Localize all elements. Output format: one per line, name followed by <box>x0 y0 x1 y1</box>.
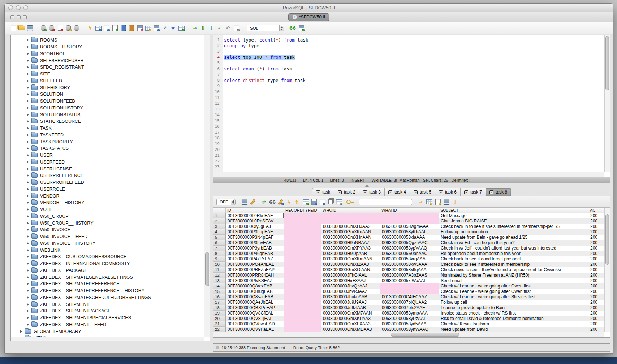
cell-recordtypeid[interactable] <box>284 305 321 311</box>
cell-id[interactable]: 00T3000000QV8TjEAL <box>226 316 284 321</box>
cell-ac[interactable]: 200 <box>588 213 604 218</box>
cell-subject[interactable]: Check back to see if interested in membe… <box>439 262 588 267</box>
cell-whoid[interactable]: 0033000000GmXHJAA3 <box>321 224 380 229</box>
cell-whatid[interactable]: 0013000000C4fFCAAZ <box>380 294 439 300</box>
cell-recordtypeid[interactable] <box>284 256 321 262</box>
cell-id[interactable]: 00T3000000P3yrbEAB <box>226 246 284 251</box>
tree-item-sfdc-registrant[interactable]: SFDC_REGISTRANT <box>11 64 204 71</box>
cell-subject[interactable]: Give Jenn a BIG RAISE <box>439 218 588 224</box>
cell-recordtypeid[interactable] <box>284 316 321 321</box>
cell-whoid[interactable]: 0033000000GmXKnAAN <box>321 229 380 235</box>
tree-item-solutionhistory[interactable]: SOLUTIONHISTORY <box>11 105 204 112</box>
cell-whatid[interactable]: 006300000058xrqAAA <box>380 256 439 262</box>
cell-whoid[interactable]: 0033000000GmXOiAAN <box>321 267 380 273</box>
tree-item-user[interactable]: USER <box>11 152 204 159</box>
cell-ac[interactable]: 200 <box>588 278 604 283</box>
cell-ac[interactable]: 200 <box>588 316 604 321</box>
filter-results-icon[interactable] <box>249 198 256 205</box>
expander-triangle-icon[interactable] <box>27 73 29 75</box>
cell-whatid[interactable]: 00630000007bIQUAA2 <box>380 300 439 305</box>
tree-item-site[interactable]: SITE <box>11 71 204 78</box>
editor-line[interactable]: 5 <box>213 60 604 66</box>
cell-ac[interactable]: 200 <box>588 327 604 332</box>
expander-triangle-icon[interactable] <box>27 249 29 252</box>
row-count-icon[interactable]: 66 <box>289 25 296 32</box>
cell-id[interactable]: 00T3000000Q8sauEAB <box>226 294 284 300</box>
rollback-icon[interactable]: ↶ <box>224 25 232 32</box>
expander-triangle-icon[interactable] <box>27 127 29 130</box>
tree-item-zkfedex-shipmentspecialservices[interactable]: ZKFEDEX__SHIPMENTSPECIALSERVICES <box>11 315 204 321</box>
expander-triangle-icon[interactable] <box>27 215 29 218</box>
cell-whatid[interactable]: 006300000058xw5AAA <box>380 262 439 267</box>
cell-recordtypeid[interactable] <box>284 311 321 316</box>
expander-triangle-icon[interactable] <box>27 201 29 204</box>
query-mode-dropdown[interactable]: SQL <box>247 25 284 31</box>
editor-line[interactable]: 10 <box>213 89 604 95</box>
cell-id[interactable]: 00T3000000OiyJgEAJ <box>226 224 284 229</box>
frame-button-2[interactable] <box>17 15 21 19</box>
tree-item-scontrol[interactable]: SCONTROL <box>11 51 204 57</box>
close-tab-icon[interactable]: × <box>388 190 392 194</box>
cell-whoid[interactable]: 0033000000Ju9J9AAJ <box>321 300 380 305</box>
cell-ac[interactable]: 200 <box>588 273 604 278</box>
cell-ac[interactable]: 200 <box>588 246 604 251</box>
tree-item-vote[interactable]: VOTE <box>11 206 204 213</box>
tree-item-w50-group[interactable]: W50_GROUP <box>11 213 204 220</box>
expander-triangle-icon[interactable] <box>27 269 29 272</box>
cell-whatid[interactable]: 00630000007bIc2AAE <box>380 305 439 311</box>
toggle-view-icon[interactable]: 66 <box>269 198 276 205</box>
editor-line[interactable]: 20 <box>213 147 604 153</box>
new-connection-icon[interactable] <box>65 25 72 32</box>
results-hscroll-thumb[interactable] <box>391 333 459 337</box>
editor-scroll-thumb[interactable] <box>605 36 609 90</box>
cell-ac[interactable]: 200 <box>588 256 604 262</box>
cell-ac[interactable]: 200 <box>588 240 604 246</box>
go-row-icon[interactable]: → <box>417 198 424 205</box>
cell-subject[interactable]: Leanne to provide update to Bain <box>439 305 588 311</box>
cell-subject[interactable]: Rick to email David & reference Delmonte… <box>439 316 588 321</box>
cell-whoid[interactable]: 0033000000GmXPYAA3 <box>321 246 380 251</box>
cell-recordtypeid[interactable] <box>284 213 321 218</box>
expander-triangle-icon[interactable] <box>27 323 29 326</box>
cell-id[interactable]: 00T3000000QV9FaEAL <box>226 327 284 332</box>
cell-recordtypeid[interactable] <box>284 273 321 278</box>
edit-cell-icon[interactable] <box>277 198 284 205</box>
disconnect-icon[interactable] <box>48 25 55 32</box>
tree-item-zkfedex-shipment[interactable]: ZKFEDEX__SHIPMENT <box>11 301 204 308</box>
cell-ac[interactable]: 200 <box>588 289 604 294</box>
cell-recordtypeid[interactable] <box>284 262 321 267</box>
cell-subject[interactable]: Need update from Bain - gave go ahead 1/… <box>439 235 588 240</box>
result-tab-task-5[interactable]: ×task 5 <box>410 188 435 196</box>
column-header-id[interactable]: ID <box>226 208 284 213</box>
expander-triangle-icon[interactable] <box>27 93 29 96</box>
cell-subject[interactable]: Get Massage <box>439 213 588 218</box>
result-tab-task-6[interactable]: ×task 6 <box>435 188 461 196</box>
tree-item-staticresource[interactable]: STATICRESOURCE <box>11 118 204 125</box>
refresh-results-icon[interactable]: ⇄ <box>260 198 268 205</box>
tree-item-zkfedex-customaddresssource[interactable]: ZKFEDEX__CUSTOMADDRESSSOURCE <box>11 254 204 260</box>
tree-item-solutionfeed[interactable]: SOLUTIONFEED <box>11 98 204 105</box>
cell-ac[interactable]: 200 <box>588 267 604 273</box>
expander-triangle-icon[interactable] <box>27 282 29 285</box>
cell-subject[interactable]: Follow up call <box>439 300 588 305</box>
cell-whoid[interactable]: 0033000000GmXKPAA3 <box>321 316 380 321</box>
cell-recordtypeid[interactable] <box>284 321 321 327</box>
cell-id[interactable]: 00T3000000PfvKSEAZ <box>226 278 284 283</box>
cell-id[interactable]: 00T3000000Q8rexEAB <box>226 283 284 289</box>
expander-triangle-icon[interactable] <box>27 147 29 150</box>
tree-item-sitehistory[interactable]: SITEHISTORY <box>11 84 204 91</box>
tree-item-vendor[interactable]: VENDOR <box>11 192 204 199</box>
cell-ac[interactable]: 200 <box>588 224 604 229</box>
minimize-window-button[interactable] <box>16 5 21 10</box>
tree-item-w50-invoice-feed[interactable]: W50_INVOICE__FEED <box>11 233 204 240</box>
cell-recordtypeid[interactable] <box>284 289 321 294</box>
result-tab-task-2[interactable]: ×task 2 <box>334 188 359 196</box>
expander-triangle-icon[interactable] <box>27 222 29 225</box>
tree-item-zkfedex-shipmatepreference-history[interactable]: ZKFEDEX__SHIPMATEPREFERENCE__HISTORY <box>11 287 204 294</box>
tree-item-zkfedex-shipmatescheduledjobssettings[interactable]: ZKFEDEX__SHIPMATESCHEDULEDJOBSSETTINGS <box>11 294 204 301</box>
result-tab-task-3[interactable]: ×task 3 <box>359 188 385 196</box>
cell-subject[interactable]: Nominated by Shane Freeman at ANZ (HR50) <box>439 273 588 278</box>
insert-row-icon[interactable]: ↳ <box>285 198 293 205</box>
editor-line[interactable]: 18 <box>213 135 604 141</box>
cell-recordtypeid[interactable] <box>284 240 321 246</box>
